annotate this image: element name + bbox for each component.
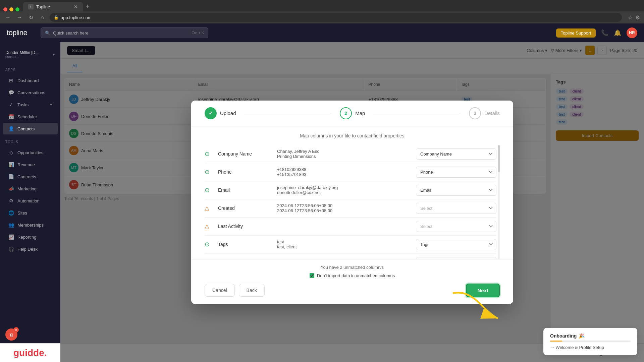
sample-values: Chanay, Jeffrey A Esq Printing Dimension… (277, 149, 411, 159)
revenue-icon: 📊 (8, 162, 14, 167)
support-button[interactable]: Topline Support (556, 28, 596, 38)
modal-body: Map columns in your file to contact fiel… (191, 126, 513, 259)
url-text: app.topline.com (61, 15, 92, 20)
sample-line-1: test (277, 239, 411, 244)
search-icon: 🔍 (45, 31, 50, 36)
add-task-icon[interactable]: + (50, 102, 52, 107)
step-details: 3 Details (469, 107, 500, 119)
field-select-phone[interactable]: Phone Select (416, 167, 496, 178)
unmatched-notice: You have 2 unmatched column/s (205, 265, 500, 270)
browser-actions: ☆ ⚙ (628, 14, 640, 21)
sidebar-item-tasks[interactable]: ✓ Tasks + (3, 99, 58, 110)
field-select-last-activity[interactable]: Select Phone Email (416, 221, 496, 232)
next-button[interactable]: Next (466, 284, 500, 297)
tab-close-icon[interactable]: ✕ (74, 4, 78, 9)
mapping-row-email: ⊙ Email josephine_darakjy@darakjy.org do… (205, 181, 496, 199)
extensions-button[interactable]: ⚙ (635, 14, 640, 21)
close-traffic-light[interactable] (3, 7, 7, 11)
opportunities-icon: ◇ (8, 150, 14, 155)
sidebar-collapse-icon[interactable]: ▾ (53, 52, 55, 57)
step-3-label: Details (484, 110, 500, 116)
minimize-traffic-light[interactable] (9, 7, 13, 11)
sidebar-item-conversations[interactable]: 💬 Conversations (3, 87, 58, 98)
onboarding-welcome-link[interactable]: → Welcome & Profile Setup (550, 345, 631, 350)
scheduler-icon: 📅 (8, 114, 14, 119)
helpdesk-icon: 🎧 (8, 246, 14, 252)
home-button[interactable]: ⌂ (38, 13, 46, 21)
onboarding-emoji: 🎉 (579, 333, 584, 339)
field-select-email[interactable]: Email Select (416, 185, 496, 196)
stepper: ✓ Upload 2 Map 3 Details (191, 101, 513, 126)
sidebar-item-sites[interactable]: 🌐 Sites (3, 207, 58, 219)
scroll-thumb[interactable] (498, 145, 500, 172)
browser-tab[interactable]: t Topline ✕ (23, 2, 83, 11)
sidebar-item-revenue[interactable]: 📊 Revenue (3, 159, 58, 170)
search-placeholder: Quick search here (53, 31, 89, 36)
contacts-icon: 👤 (8, 126, 14, 131)
search-bar[interactable]: 🔍 Quick search here Ctrl + K (41, 27, 208, 38)
step-connector-2 (373, 113, 461, 113)
cancel-button[interactable]: Cancel (205, 284, 235, 297)
status-warn-icon: △ (205, 223, 213, 230)
sample-line-1: +18102929388 (277, 167, 411, 172)
field-select-tags[interactable]: Tags Select (416, 239, 496, 250)
step-1-label: Upload (220, 110, 236, 116)
no-import-checkbox[interactable] (310, 273, 314, 278)
sidebar: Dunder Mifflin [D... dunster... ▾ Apps ⊞… (0, 42, 60, 362)
address-bar[interactable]: 🔒 app.topline.com (50, 13, 622, 22)
tab-favicon: t (28, 4, 34, 9)
marketing-icon: 📣 (8, 186, 14, 191)
field-select-created[interactable]: Select Company Name Phone Email (416, 203, 496, 214)
step-connector-1 (244, 113, 332, 113)
avatar[interactable]: HR (627, 27, 637, 38)
reload-button[interactable]: ↻ (27, 13, 35, 21)
mapping-row-last-activity: △ Last Activity Select (205, 218, 496, 236)
sample-values: test test, client (277, 239, 411, 249)
back-button[interactable]: ← (4, 13, 12, 21)
status-ok-icon: ⊙ (205, 150, 213, 158)
sidebar-item-dashboard[interactable]: ⊞ Dashboard (3, 75, 58, 86)
maximize-traffic-light[interactable] (15, 7, 19, 11)
field-label: Email (218, 187, 272, 193)
import-modal: ✓ Upload 2 Map 3 Details (191, 101, 513, 304)
sidebar-item-memberships[interactable]: 👥 Memberships (3, 219, 58, 231)
new-tab-button[interactable]: + (83, 2, 92, 11)
mapping-row-phone: ⊙ Phone +18102929388 +15135701893 Phone (205, 163, 496, 181)
sidebar-item-automation[interactable]: ⚙ Automation (3, 195, 58, 206)
forward-button[interactable]: → (15, 13, 23, 21)
bookmark-button[interactable]: ☆ (628, 14, 633, 21)
footer-actions: Cancel Back Next (205, 284, 500, 297)
modal-overlay: ✓ Upload 2 Map 3 Details (60, 42, 644, 362)
notification-icon-btn[interactable]: 🔔 (614, 29, 621, 37)
sidebar-item-contracts[interactable]: 📄 Contracts (3, 171, 58, 182)
sidebar-item-label: Revenue (17, 162, 35, 167)
modal-footer: You have 2 unmatched column/s Don't impo… (191, 259, 513, 304)
notification-badge: 8 (13, 327, 19, 333)
mapping-scroll-area[interactable]: ⊙ Company Name Chanay, Jeffrey A Esq Pri… (205, 145, 498, 259)
apps-section-label: Apps (0, 67, 60, 74)
sample-values: josephine_darakjy@darakjy.org donette.fo… (277, 185, 411, 195)
sidebar-item-scheduler[interactable]: 📅 Scheduler (3, 111, 58, 122)
workspace-selector[interactable]: Dunder Mifflin [D... dunster... ▾ (0, 48, 60, 61)
field-select-company-name[interactable]: Company Name Select (416, 148, 496, 160)
sidebar-item-label: Scheduler (17, 114, 37, 119)
scroll-track (498, 145, 500, 259)
field-select-wrapper: Email Select (416, 185, 496, 196)
step-1-circle: ✓ (205, 107, 217, 119)
sidebar-item-contacts[interactable]: 👤 Contacts (3, 123, 58, 134)
dashboard-icon: ⊞ (8, 78, 14, 83)
reporting-icon: 📈 (8, 234, 14, 240)
sample-line-2: test, client (277, 244, 411, 249)
user-avatar-area[interactable]: g 8 (0, 324, 60, 345)
back-button[interactable]: Back (239, 284, 265, 297)
mapping-row-company-name: ⊙ Company Name Chanay, Jeffrey A Esq Pri… (205, 145, 496, 163)
sidebar-item-marketing[interactable]: 📣 Marketing (3, 183, 58, 194)
contracts-icon: 📄 (8, 174, 14, 179)
phone-icon-btn[interactable]: 📞 (601, 29, 608, 37)
sidebar-item-opportunities[interactable]: ◇ Opportunities (3, 147, 58, 158)
sidebar-item-reporting[interactable]: 📈 Reporting (3, 231, 58, 243)
sidebar-item-helpdesk[interactable]: 🎧 Help Desk (3, 243, 58, 255)
sidebar-item-label: Conversations (17, 90, 45, 95)
sidebar-item-label: Tasks (17, 102, 29, 107)
sample-line-1: 2024-06-12T23:56:05+08:00 (277, 203, 411, 208)
